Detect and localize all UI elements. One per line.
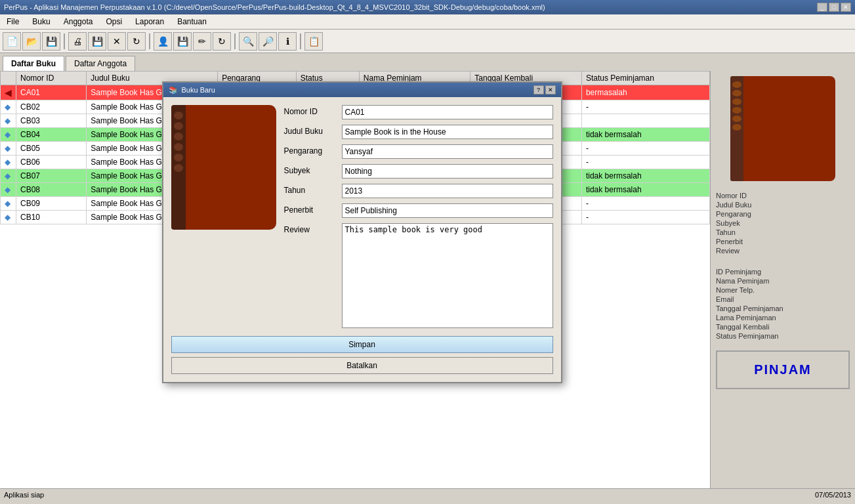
toolbar-search2-btn[interactable]: 🔎 [259, 32, 277, 51]
spine-ring-1 [732, 81, 741, 88]
toolbar-info-btn[interactable]: ℹ [278, 32, 297, 51]
input-pengarang[interactable] [342, 144, 553, 159]
status-bar: Aplikasi siap 07/05/2013 [0, 488, 855, 503]
toolbar-sep-4 [300, 33, 301, 49]
toolbar-doc-btn[interactable]: 📋 [304, 32, 323, 51]
spine-ring-6 [732, 124, 741, 131]
modal-book-body [186, 105, 276, 230]
row-indicator: ◆ [1, 169, 16, 183]
modal-book-spine [171, 105, 186, 230]
pinjam-button[interactable]: PINJAM [716, 350, 850, 389]
cell-status_pinjam: bermasalah [581, 85, 709, 100]
modal-close-btn[interactable]: ✕ [545, 85, 556, 94]
spine-ring-4 [732, 107, 741, 114]
row-indicator: ◀ [1, 85, 16, 100]
cell-status_pinjam: - [581, 211, 709, 224]
toolbar-refresh-btn[interactable]: ↻ [127, 32, 146, 51]
toolbar-new-btn[interactable]: 📄 [3, 32, 21, 51]
toolbar-delete-btn[interactable]: ✕ [108, 32, 126, 51]
status-text: Aplikasi siap [4, 491, 44, 501]
cell-status_pinjam: tidak bermsalah [581, 128, 709, 142]
spine-ring-2 [732, 90, 741, 96]
tab-daftar-buku[interactable]: Daftar Buku [3, 56, 64, 71]
input-penerbit[interactable] [342, 203, 553, 218]
book-body [743, 76, 835, 181]
sidebar-field-nomor-id: Nomor ID [716, 192, 850, 200]
toolbar-save-btn[interactable]: 💾 [42, 32, 60, 51]
menu-file[interactable]: File [3, 16, 23, 28]
label-review: Review [284, 223, 337, 234]
row-indicator: ◆ [1, 114, 16, 128]
toolbar-save2-btn[interactable]: 💾 [88, 32, 106, 51]
input-subyek[interactable] [342, 164, 553, 178]
cell-status_pinjam: tidak bermsalah [581, 169, 709, 183]
spine-ring-3 [732, 98, 741, 105]
modal-title: 📚 Buku Baru [169, 86, 215, 94]
modal-spine-ring-5 [174, 154, 183, 161]
toolbar: 📄 📂 💾 🖨 💾 ✕ ↻ 👤 💾 ✏ ↻ 🔍 🔎 ℹ 📋 [0, 30, 855, 53]
close-button[interactable]: ✕ [841, 3, 851, 12]
menu-opsi[interactable]: Opsi [102, 16, 126, 28]
modal-help-btn[interactable]: ? [533, 85, 544, 94]
toolbar-edit-btn[interactable]: ✏ [193, 32, 211, 51]
input-tahun[interactable] [342, 184, 553, 198]
cell-id: CA01 [16, 85, 87, 100]
cell-id: CB08 [16, 183, 87, 197]
input-nomor-id[interactable] [342, 105, 553, 119]
sidebar-field-pengarang: Pengarang [716, 210, 850, 218]
row-indicator: ◆ [1, 100, 16, 114]
toolbar-sep-3 [234, 33, 236, 49]
modal-spine-ring-6 [174, 164, 183, 172]
toolbar-user-btn[interactable]: 👤 [154, 32, 172, 51]
sidebar-loan-field-id-peminjamg: ID Peminjamg [716, 268, 850, 276]
modal-buttons: Simpan Batalkan [163, 336, 561, 382]
toolbar-print-btn[interactable]: 🖨 [68, 32, 87, 51]
sidebar-field-penerbit: Penerbit [716, 238, 850, 245]
label-tahun: Tahun [284, 184, 337, 195]
spine-ring-5 [732, 116, 741, 122]
menu-buku[interactable]: Buku [28, 16, 54, 28]
menu-laporan[interactable]: Laporan [131, 16, 168, 28]
cell-id: CB03 [16, 114, 87, 128]
cell-status_pinjam: - [581, 197, 709, 211]
sidebar-loan-field-status-peminjaman: Status Peminjaman [716, 332, 850, 340]
row-indicator: ◆ [1, 156, 16, 169]
tab-daftar-anggota[interactable]: Daftar Anggota [66, 56, 135, 71]
window-title: PerPus - Aplikasi Manajemen Perpustakaan… [4, 3, 545, 11]
input-judul-buku[interactable] [342, 125, 553, 139]
batalkan-button[interactable]: Batalkan [171, 357, 553, 374]
menu-anggota[interactable]: Anggota [60, 16, 97, 28]
title-bar: PerPus - Aplikasi Manajemen Perpustakaan… [0, 0, 855, 14]
form-row-subyek: Subyek [284, 164, 553, 178]
modal-spine-ring-3 [174, 133, 183, 140]
cell-status_pinjam: - [581, 100, 709, 114]
cell-status_pinjam: - [581, 156, 709, 169]
right-sidebar: Nomor IDJudul BukuPengarangSubyekTahunPe… [711, 71, 855, 488]
sidebar-loan-field-tanggal-peminjaman: Tanggal Peminjaman [716, 304, 850, 312]
input-review[interactable] [342, 223, 553, 328]
form-row-nomor-id: Nomor ID [284, 105, 553, 119]
cell-status_pinjam: tidak bermsalah [581, 183, 709, 197]
toolbar-search-btn[interactable]: 🔍 [239, 32, 257, 51]
modal-content: Nomor ID Judul Buku Pengarang Subyek Tah… [163, 97, 561, 336]
label-subyek: Subyek [284, 164, 337, 175]
modal-book-cover [171, 105, 276, 230]
sidebar-loan-fields: ID PeminjamgNama PeminjamNomer Telp.Emai… [716, 268, 850, 340]
modal-spine-ring-2 [174, 122, 183, 130]
cell-id: CB10 [16, 211, 87, 224]
modal-form: Nomor ID Judul Buku Pengarang Subyek Tah… [284, 105, 553, 328]
simpan-button[interactable]: Simpan [171, 336, 553, 353]
menu-bantuan[interactable]: Bantuan [173, 16, 211, 28]
toolbar-refresh2-btn[interactable]: ↻ [213, 32, 231, 51]
sidebar-loan-field-nomer-telp.: Nomer Telp. [716, 286, 850, 294]
minimize-button[interactable]: _ [817, 3, 827, 12]
col-nomor-id: Nomor ID [16, 72, 87, 85]
modal-title-bar: 📚 Buku Baru ? ✕ [163, 83, 561, 97]
sidebar-field-judul-buku: Judul Buku [716, 201, 850, 209]
toolbar-save3-btn[interactable]: 💾 [173, 32, 192, 51]
toolbar-open-btn[interactable]: 📂 [22, 32, 41, 51]
cell-id: CB09 [16, 197, 87, 211]
maximize-button[interactable]: □ [829, 3, 839, 12]
sidebar-field-review: Review [716, 247, 850, 255]
toolbar-sep-2 [149, 33, 150, 49]
